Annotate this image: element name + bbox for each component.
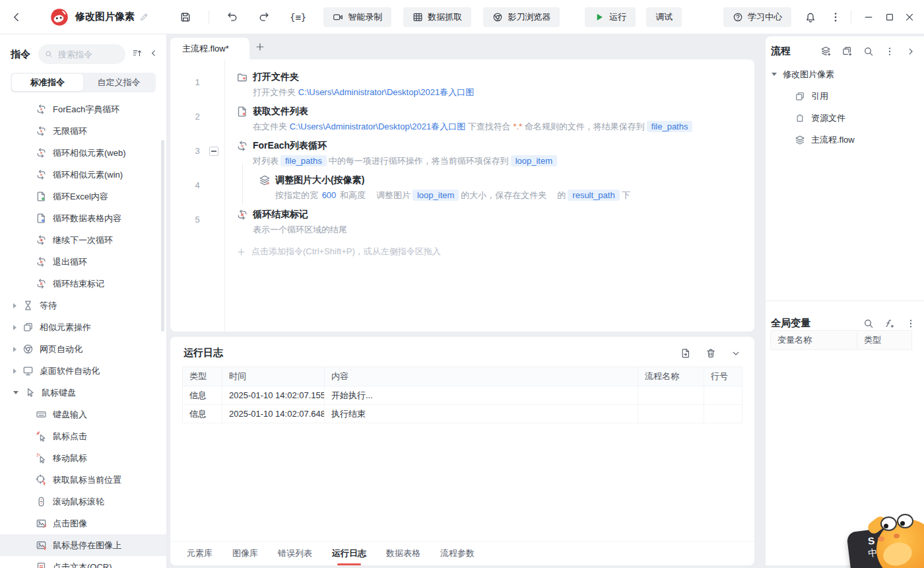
export-log-icon[interactable] <box>680 348 691 359</box>
search-vars-icon[interactable] <box>863 318 874 329</box>
sidebar-item[interactable]: 点击图像 <box>0 513 166 534</box>
target-icon <box>36 474 47 485</box>
sidebar-item[interactable]: 点击文本(OCR) <box>0 556 166 568</box>
expand-arrow-icon[interactable] <box>13 391 18 394</box>
more-options-icon[interactable] <box>830 11 842 23</box>
step-number: 1 <box>170 65 224 100</box>
back-button[interactable] <box>11 11 22 23</box>
sidebar-group[interactable]: 等待 <box>0 295 166 316</box>
data-capture-button[interactable]: 数据抓取 <box>403 7 471 27</box>
sidebar-group[interactable]: 网页自动化 <box>0 338 166 360</box>
add-variable-icon[interactable] <box>884 318 895 329</box>
sidebar-item[interactable]: 循环结束标记 <box>0 273 166 295</box>
loop-x-icon <box>36 256 47 267</box>
minimize-button[interactable] <box>863 12 874 22</box>
command-search[interactable] <box>38 44 125 64</box>
bottom-tab-元素库[interactable]: 元素库 <box>187 548 213 559</box>
sidebar-group[interactable]: 桌面软件自动化 <box>0 360 166 382</box>
flow-step: 5循环结束标记表示一个循环区域的结尾 <box>170 203 754 237</box>
undo-button[interactable] <box>226 11 238 23</box>
sidebar-item[interactable]: 鼠标悬停在图像上 <box>0 534 166 556</box>
collapse-panel-icon[interactable] <box>731 348 741 359</box>
app-logo-icon <box>50 8 69 26</box>
step-block[interactable]: 调整图片大小(按像素)按指定的宽 600 和高度调整图片loop_item的大小… <box>224 168 630 203</box>
sidebar-item[interactable]: 循环Excel内容 <box>0 186 166 207</box>
bottom-tab-图像库[interactable]: 图像库 <box>232 548 258 559</box>
expand-arrow-icon[interactable] <box>772 73 777 76</box>
search-flow-icon[interactable] <box>863 46 874 57</box>
add-instruction-hint[interactable]: 点击添加指令(Ctrl+Shift+P)，或从左侧指令区拖入 <box>236 246 441 258</box>
tab-main-flow[interactable]: 主流程.flow* <box>170 38 249 59</box>
maximize-button[interactable] <box>884 12 895 22</box>
collapse-step-button[interactable] <box>209 147 218 156</box>
flow-tree-item[interactable]: 引用 <box>766 85 924 107</box>
sidebar-item[interactable]: 循环相似元素(web) <box>0 142 166 164</box>
log-row[interactable]: 信息2025-01-10 14:02:07.648执行结束 <box>183 405 742 423</box>
sort-icon[interactable] <box>132 48 142 61</box>
run-log-table: 类型时间内容流程名称行号 信息2025-01-10 14:02:07.155开始… <box>182 367 742 423</box>
code-view-button[interactable]: {≡} <box>290 12 306 22</box>
sidebar-item[interactable]: 继续下一次循环 <box>0 229 166 251</box>
flow-tree-root[interactable]: 修改图片像素 <box>766 63 924 85</box>
smart-record-button[interactable]: 智能录制 <box>323 7 391 27</box>
collapse-sidebar-icon[interactable] <box>148 48 158 61</box>
sidebar-item-label: 无限循环 <box>53 125 87 137</box>
sidebar-group[interactable]: 鼠标键盘 <box>0 382 166 404</box>
flow-more-icon[interactable] <box>884 46 895 57</box>
expand-arrow-icon[interactable] <box>13 369 16 374</box>
run-log-title: 运行日志 <box>183 347 223 359</box>
loop-icon <box>36 125 47 137</box>
sidebar-item[interactable]: 移动鼠标 <box>0 447 166 469</box>
save-button[interactable] <box>180 11 191 23</box>
redo-button[interactable] <box>258 11 270 23</box>
yingdao-browser-button[interactable]: 影刀浏览器 <box>483 7 560 27</box>
mascot-helper[interactable]: S 中 <box>845 519 924 568</box>
add-module-icon[interactable] <box>842 46 853 57</box>
bottom-tab-错误列表[interactable]: 错误列表 <box>278 548 312 559</box>
expand-arrow-icon[interactable] <box>13 303 16 308</box>
sidebar-item[interactable]: 循环相似元素(win) <box>0 164 166 186</box>
vars-more-icon[interactable] <box>906 318 916 329</box>
bottom-tab-运行日志[interactable]: 运行日志 <box>332 548 366 559</box>
divider <box>851 11 851 24</box>
help-center-button[interactable]: 学习中心 <box>723 7 791 27</box>
sidebar-item[interactable]: 退出循环 <box>0 251 166 273</box>
step-block[interactable]: 循环结束标记表示一个循环区域的结尾 <box>224 203 347 237</box>
step-block[interactable]: 打开文件夹打开文件夹 C:\Users\Administrator\Deskto… <box>224 65 474 100</box>
step-block[interactable]: ForEach列表循环对列表file_paths中的每一项进行循环操作，将当前循… <box>224 134 559 168</box>
add-tab-button[interactable] <box>255 42 265 55</box>
debug-button[interactable]: 调试 <box>646 7 682 27</box>
sidebar-item[interactable]: 鼠标点击 <box>0 425 166 447</box>
sidebar-group[interactable]: 相似元素操作 <box>0 316 166 338</box>
log-cell: 开始执行... <box>325 386 638 405</box>
sidebar-item[interactable]: 无限循环 <box>0 120 166 142</box>
tab-standard-commands[interactable]: 标准指令 <box>12 74 83 91</box>
add-flow-icon[interactable] <box>821 46 832 57</box>
expand-arrow-icon[interactable] <box>13 325 16 330</box>
bottom-tab-流程参数[interactable]: 流程参数 <box>440 548 475 559</box>
edit-title-icon[interactable] <box>139 12 149 22</box>
bottom-panel-tabs: 元素库图像库错误列表运行日志数据表格流程参数 <box>170 541 754 565</box>
close-button[interactable] <box>904 12 915 22</box>
sidebar-item[interactable]: 滚动鼠标滚轮 <box>0 491 166 513</box>
sidebar-item[interactable]: 键盘输入 <box>0 404 166 425</box>
bottom-tab-数据表格[interactable]: 数据表格 <box>386 548 420 559</box>
command-search-input[interactable] <box>57 49 119 60</box>
sidebar-item[interactable]: 获取鼠标当前位置 <box>0 469 166 491</box>
flow-tree-item[interactable]: 主流程.flow <box>766 129 924 151</box>
sidebar-item[interactable]: 循环数据表格内容 <box>0 207 166 229</box>
tab-custom-commands[interactable]: 自定义指令 <box>83 74 154 91</box>
expand-arrow-icon[interactable] <box>13 347 16 352</box>
loop-icon <box>36 169 47 180</box>
notifications-bell-icon[interactable] <box>805 11 816 23</box>
sidebar-item[interactable]: ForEach字典循环 <box>0 98 166 120</box>
sidebar-scrollbar[interactable] <box>161 140 164 332</box>
loop-icon <box>36 104 47 115</box>
collapse-flow-panel-icon[interactable] <box>906 46 916 57</box>
log-row[interactable]: 信息2025-01-10 14:02:07.155开始执行... <box>183 386 742 405</box>
run-button[interactable]: 运行 <box>585 7 636 27</box>
browser-icon <box>492 12 503 22</box>
clear-log-icon[interactable] <box>706 348 716 359</box>
flow-tree-item[interactable]: 资源文件 <box>766 107 924 129</box>
step-block[interactable]: 获取文件列表在文件夹 C:\Users\Administrator\Deskto… <box>224 100 694 134</box>
